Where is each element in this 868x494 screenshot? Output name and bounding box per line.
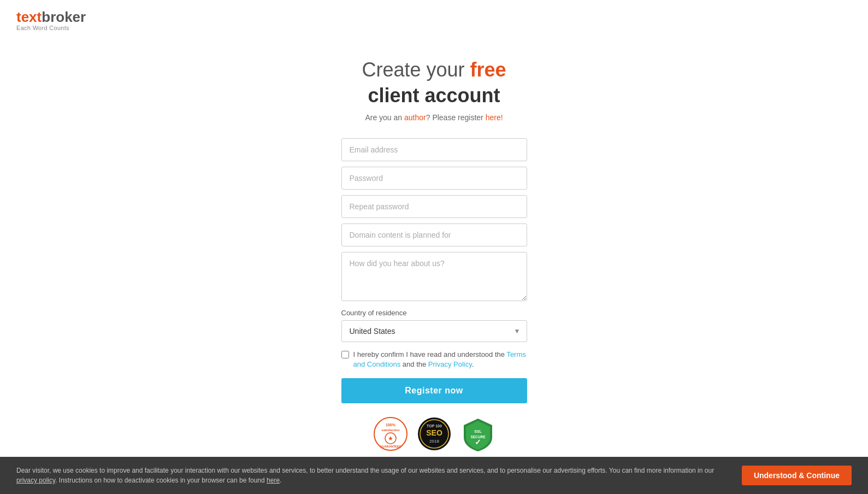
country-label: Country of residence — [341, 309, 527, 317]
svg-text:2018: 2018 — [429, 439, 439, 444]
svg-text:SSL: SSL — [474, 430, 482, 433]
understood-continue-button[interactable]: Understood & Continue — [742, 466, 852, 485]
cookie-text: Dear visitor, we use cookies to improve … — [16, 466, 731, 485]
page-heading: Create your free client account Are you … — [362, 57, 506, 122]
seo-badge: TOP 100 SEO 2018 — [417, 416, 452, 451]
svg-text:TOP 100: TOP 100 — [427, 424, 442, 428]
terms-checkbox-row: I hereby confirm I have read and underst… — [341, 350, 527, 369]
page-subtext: Are you an author? Please register here! — [362, 113, 506, 122]
password-input[interactable] — [341, 167, 527, 190]
ssl-badge: SSL SECURE ✓ — [460, 416, 495, 451]
svg-text:SEO: SEO — [426, 428, 442, 437]
email-input[interactable] — [341, 138, 527, 161]
header: textbroker Each Word Counts — [0, 0, 868, 41]
country-select-wrapper: United States United Kingdom Canada Aust… — [341, 320, 527, 342]
privacy-link[interactable]: Privacy Policy — [428, 360, 472, 368]
terms-label[interactable]: I hereby confirm I have read and underst… — [353, 350, 527, 369]
country-select[interactable]: United States United Kingdom Canada Aust… — [341, 320, 527, 342]
privacy-policy-link[interactable]: privacy policy — [16, 477, 55, 484]
svg-text:satisfaction: satisfaction — [381, 428, 400, 432]
svg-text:✓: ✓ — [475, 438, 481, 446]
svg-text:100%: 100% — [386, 423, 396, 427]
logo-tagline: Each Word Counts — [16, 25, 852, 31]
repeat-password-input[interactable] — [341, 195, 527, 218]
logo: textbroker Each Word Counts — [16, 10, 852, 31]
terms-checkbox[interactable] — [341, 351, 349, 358]
svg-text:★: ★ — [388, 435, 393, 442]
page-title: Create your free client account — [362, 57, 506, 109]
logo-text: textbroker — [16, 10, 852, 24]
svg-text:GUARANTEED: GUARANTEED — [380, 445, 401, 448]
author-link[interactable]: author — [404, 113, 426, 122]
register-button[interactable]: Register now — [341, 378, 527, 403]
cookie-here-link[interactable]: here — [267, 477, 280, 484]
satisfaction-badge: 100% satisfaction ★ GUARANTEED — [373, 416, 408, 451]
logo-broker-part: broker — [42, 9, 86, 25]
domain-input[interactable] — [341, 224, 527, 246]
cookie-bar: Dear visitor, we use cookies to improve … — [0, 457, 868, 494]
trust-badges: 100% satisfaction ★ GUARANTEED TOP 100 S… — [373, 416, 495, 451]
main-content: Create your free client account Are you … — [0, 41, 868, 494]
here-link[interactable]: here! — [486, 113, 503, 122]
register-form: Country of residence United States Unite… — [341, 138, 527, 403]
logo-text-part: text — [16, 9, 42, 25]
hear-about-us-textarea[interactable] — [341, 252, 527, 301]
